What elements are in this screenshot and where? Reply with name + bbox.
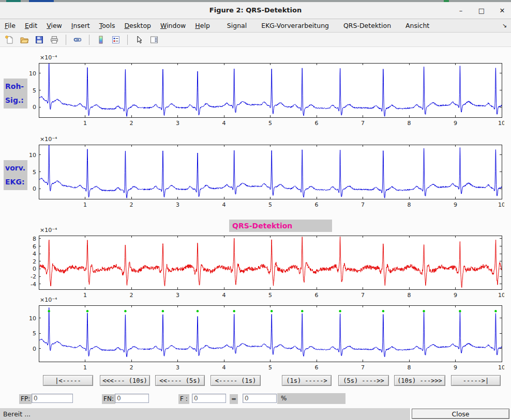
plot-detected-beats: 123456789100510×10⁻⁴: [28, 295, 504, 372]
fp-input[interactable]: [32, 394, 73, 403]
svg-text:9: 9: [454, 201, 457, 208]
percent-input[interactable]: [243, 394, 277, 403]
menu-item-insert[interactable]: Insert: [67, 22, 95, 29]
link-plots-icon[interactable]: [72, 35, 83, 45]
svg-text:5: 5: [33, 330, 36, 337]
status-text: Bereit ...: [3, 410, 31, 418]
toolbar-separator: [66, 35, 66, 45]
svg-text:5: 5: [268, 201, 272, 208]
fn-input[interactable]: [115, 394, 149, 403]
svg-text:0: 0: [33, 104, 36, 111]
label-prep-line2: EKG:: [5, 175, 26, 189]
nav-button-forward-1s[interactable]: (1s) ----->: [282, 375, 332, 386]
new-document-icon[interactable]: [4, 35, 14, 45]
svg-text:4: 4: [222, 120, 226, 127]
open-folder-icon[interactable]: [19, 35, 29, 45]
svg-text:5: 5: [33, 87, 36, 94]
svg-text:5: 5: [33, 169, 36, 176]
svg-text:3: 3: [176, 201, 179, 208]
svg-text:9: 9: [454, 120, 457, 127]
svg-text:3: 3: [176, 120, 179, 127]
svg-text:7: 7: [361, 120, 365, 127]
svg-text:2: 2: [130, 364, 133, 371]
nav-button-back-5s[interactable]: <<---- (5s): [155, 375, 205, 386]
svg-text:4: 4: [222, 364, 226, 371]
svg-text:×10⁻⁴: ×10⁻⁴: [40, 136, 57, 143]
menu-item-ansicht[interactable]: Ansicht: [398, 22, 437, 29]
svg-text:7: 7: [361, 201, 365, 208]
label-prep-line1: vorv.: [5, 161, 26, 175]
svg-text:10: 10: [498, 364, 504, 371]
window-title: Figure 2: QRS-Detektion: [0, 2, 511, 19]
nav-button-jump-to-start[interactable]: |<-----: [43, 375, 93, 386]
nav-button-forward-10s[interactable]: (10s) --->>>: [394, 375, 445, 386]
menu-item-desktop[interactable]: Desktop: [119, 22, 156, 29]
label-raw-signal: Roh- Sig.:: [4, 79, 27, 108]
qrs-plot-title: QRS-Detektion: [229, 220, 332, 232]
nav-button-jump-to-end[interactable]: ----->|: [451, 375, 501, 386]
equals-label: =: [230, 394, 238, 404]
svg-text:×10⁻⁴: ×10⁻⁴: [40, 54, 57, 61]
menu-item-window[interactable]: Window: [156, 22, 190, 29]
svg-text:10: 10: [29, 152, 36, 159]
svg-text:8: 8: [408, 364, 411, 371]
svg-text:8: 8: [408, 120, 411, 127]
nav-button-back-10s[interactable]: <<<--- (10s): [100, 375, 150, 386]
nav-button-back-1s[interactable]: <----- (1s): [211, 375, 261, 386]
svg-text:10: 10: [29, 70, 36, 77]
svg-text:4: 4: [222, 201, 226, 208]
window-controls: – □ ✕: [457, 2, 506, 19]
toolbar: [0, 33, 511, 47]
save-icon[interactable]: [34, 35, 44, 45]
svg-text:1: 1: [83, 120, 87, 127]
svg-text:6: 6: [315, 201, 319, 208]
menubar: FileEditViewInsertToolsDesktopWindowHelp…: [0, 19, 511, 33]
f-input[interactable]: [192, 394, 226, 403]
menu-item-qrs-detektion[interactable]: QRS-Detektion: [336, 22, 398, 29]
plot-browser-icon[interactable]: [149, 35, 159, 45]
menu-item-edit[interactable]: Edit: [20, 22, 42, 29]
titlebar: Figure 2: QRS-Detektion – □ ✕: [0, 2, 511, 19]
close-button-area: Close: [410, 408, 511, 420]
svg-text:3: 3: [176, 364, 179, 371]
minimize-button[interactable]: –: [457, 7, 464, 14]
svg-text:5: 5: [268, 120, 272, 127]
edit-plot-icon[interactable]: [134, 35, 144, 45]
menu-item-file[interactable]: File: [0, 22, 20, 29]
label-preprocessed-ekg: vorv. EKG:: [4, 160, 27, 190]
svg-text:4: 4: [33, 251, 36, 257]
close-window-button[interactable]: ✕: [499, 7, 506, 14]
svg-text:1: 1: [83, 201, 87, 208]
menu-item-tools[interactable]: Tools: [95, 22, 120, 29]
toolbar-separator: [89, 35, 89, 45]
plot-preprocessed-ekg: 123456789100510×10⁻⁴: [28, 134, 504, 209]
fp-label: FP:: [19, 394, 32, 404]
nav-button-forward-5s[interactable]: (5s) ---->>: [338, 375, 389, 386]
percent-panel: %: [277, 393, 345, 404]
svg-text:×10⁻⁴: ×10⁻⁴: [40, 297, 57, 303]
menu-item-view[interactable]: View: [42, 22, 67, 29]
svg-text:10: 10: [498, 120, 504, 127]
print-icon[interactable]: [49, 35, 59, 45]
menu-item-ekg-vorverarbeitung[interactable]: EKG-Vorverarbeitung: [254, 22, 336, 29]
insert-legend-icon[interactable]: [111, 35, 121, 45]
menu-item-help[interactable]: Help: [190, 22, 215, 29]
svg-text:2: 2: [130, 120, 133, 127]
svg-text:5: 5: [268, 364, 272, 371]
insert-colorbar-icon[interactable]: [96, 35, 106, 45]
svg-text:10: 10: [29, 315, 36, 322]
svg-text:7: 7: [361, 364, 365, 371]
menu-overflow-icon[interactable]: ↘: [502, 22, 507, 29]
maximize-button[interactable]: □: [478, 7, 485, 14]
close-button[interactable]: Close: [412, 409, 509, 419]
f-label: F :: [178, 394, 189, 404]
percent-sign: %: [281, 395, 287, 402]
svg-text:9: 9: [454, 364, 457, 371]
label-raw-line1: Roh-: [5, 80, 26, 94]
svg-text:2: 2: [130, 201, 133, 208]
label-raw-line2: Sig.:: [5, 94, 26, 107]
plot-raw-signal: 123456789100510×10⁻⁴: [28, 53, 504, 128]
menu-item-signal[interactable]: Signal: [220, 22, 254, 29]
svg-text:8: 8: [33, 236, 36, 242]
svg-text:10: 10: [498, 201, 504, 208]
